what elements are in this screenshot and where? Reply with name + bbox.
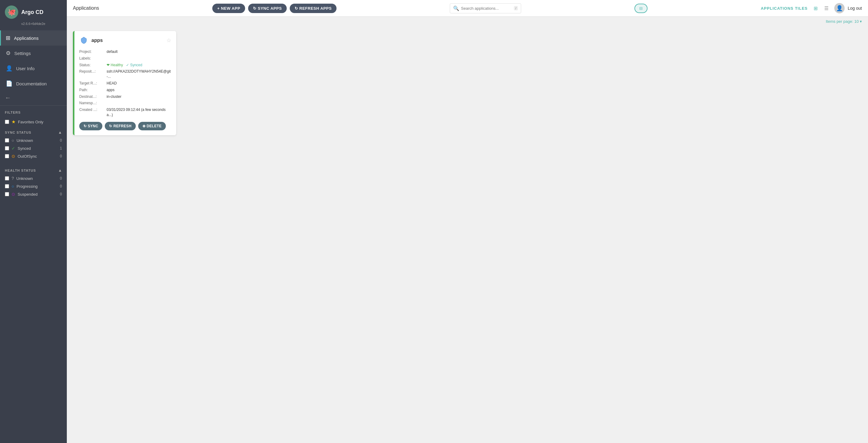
favorites-only-label: Favorites Only	[18, 120, 43, 124]
new-app-button[interactable]: + NEW APP	[212, 4, 245, 13]
user-avatar[interactable]: 👤	[834, 3, 845, 13]
sidebar-nav: ⊞ Applications ⚙ Settings 👤 User Info 📄 …	[0, 30, 67, 91]
back-button[interactable]: ←	[0, 91, 67, 104]
sync-unknown-filter[interactable]: ○ Unknown 0	[5, 137, 62, 144]
path-field: Path: apps	[79, 88, 171, 93]
favorites-only-filter[interactable]: ★ Favorites Only	[5, 117, 62, 126]
health-progressing-filter[interactable]: ○ Progressing 0	[5, 182, 62, 190]
list-view-button[interactable]: ☰	[822, 3, 831, 13]
filter-button[interactable]: ⊟	[634, 4, 648, 13]
search-input[interactable]	[461, 6, 512, 11]
sidebar-item-documentation[interactable]: 📄 Documentation	[0, 76, 67, 91]
status-field: Status: ❤ Healthy ✓ Synced	[79, 63, 171, 68]
app-icon	[79, 36, 88, 45]
view-toggle: ⊞ ☰	[811, 3, 831, 13]
sidebar: 🐙 Argo CD v2.6.6+6d4de2e ⊞ Applications …	[0, 0, 67, 443]
status-label: Status:	[79, 63, 106, 68]
health-unknown-count: 0	[60, 176, 62, 180]
logo-text: Argo CD	[21, 9, 43, 16]
sync-outofsync-checkbox[interactable]	[5, 154, 9, 158]
filters-section: FILTERS ★ Favorites Only	[0, 107, 67, 126]
app-name: apps	[91, 38, 103, 43]
destination-label: Destinat...:	[79, 94, 106, 99]
favorite-icon[interactable]: ☆	[166, 37, 171, 44]
filter-icon: ⊟	[639, 6, 643, 11]
star-icon: ★	[11, 119, 16, 125]
items-per-page-row: Items per page: 10 ▾	[67, 17, 868, 25]
health-status-title: HEALTH STATUS	[5, 169, 36, 172]
sidebar-item-user-info[interactable]: 👤 User Info	[0, 61, 67, 76]
health-suspended-checkbox[interactable]	[5, 192, 9, 196]
repository-value: ssh://APKA232DOTYWAHY2N54E@git-...	[106, 69, 171, 79]
top-bar-left: Applications	[73, 5, 99, 11]
sidebar-item-label: Applications	[14, 35, 38, 41]
health-suspended-count: 0	[60, 192, 62, 196]
status-synced: ✓ Synced	[126, 63, 142, 67]
sync-unknown-count: 0	[60, 138, 62, 143]
sync-apps-button[interactable]: ↻ SYNC APPS	[248, 4, 287, 13]
sidebar-item-settings[interactable]: ⚙ Settings	[0, 46, 67, 61]
suspended-icon: ⊙	[11, 192, 15, 197]
status-value: ❤ Healthy ✓ Synced	[106, 63, 142, 68]
namespace-field: Namesp...:	[79, 100, 171, 106]
sync-status-title: SYNC STATUS	[5, 131, 31, 134]
top-bar: Applications + NEW APP ↻ SYNC APPS ↻ REF…	[67, 0, 868, 17]
path-label: Path:	[79, 88, 106, 93]
outofsync-icon: ⊙	[11, 154, 15, 158]
sync-synced-filter[interactable]: ✓ Synced 1	[5, 144, 62, 152]
filters-title: FILTERS	[5, 111, 62, 114]
card-refresh-button[interactable]: ↻ REFRESH	[105, 122, 135, 130]
health-suspended-filter[interactable]: ⊙ Suspended 0	[5, 190, 62, 198]
logout-button[interactable]: Log out	[848, 6, 862, 11]
card-sync-button[interactable]: ↻ SYNC	[79, 122, 102, 130]
app-card-header: apps ☆	[79, 36, 171, 45]
created-label: Created ...:	[79, 107, 106, 118]
card-delete-button[interactable]: ⊗ DELETE	[138, 122, 166, 130]
progressing-icon: ○	[11, 184, 14, 189]
search-icon: 🔍	[453, 5, 459, 11]
main-content: Applications + NEW APP ↻ SYNC APPS ↻ REF…	[67, 0, 868, 443]
status-healthy: ❤ Healthy	[106, 63, 123, 67]
content-area: apps ☆ Project: default Labels: Status: …	[67, 25, 868, 443]
collapse-health-icon[interactable]: ▲	[58, 168, 62, 173]
logo: 🐙 Argo CD	[0, 0, 67, 22]
destination-field: Destinat...: in-cluster	[79, 94, 171, 99]
health-status-header: HEALTH STATUS ▲	[5, 168, 62, 173]
target-label: Target R...:	[79, 81, 106, 86]
divider	[0, 106, 67, 106]
health-progressing-count: 0	[60, 184, 62, 188]
sync-outofsync-filter[interactable]: ⊙ OutOfSync 0	[5, 152, 62, 160]
sync-outofsync-count: 0	[60, 154, 62, 158]
health-unknown-filter[interactable]: ? Unknown 0	[5, 174, 62, 182]
refresh-apps-button[interactable]: ↻ REFRESH APPS	[290, 4, 337, 13]
settings-icon: ⚙	[6, 50, 11, 57]
repository-field: Reposit...: ssh://APKA232DOTYWAHY2N54E@g…	[79, 69, 171, 79]
favorites-only-checkbox[interactable]	[5, 120, 9, 124]
user-icon: 👤	[6, 65, 12, 72]
top-bar-right: APPLICATIONS TILES ⊞ ☰ 👤 Log out	[761, 3, 862, 13]
page-title: Applications	[73, 5, 99, 11]
target-field: Target R...: HEAD	[79, 81, 171, 86]
health-progressing-label: Progressing	[17, 184, 37, 189]
action-buttons: + NEW APP ↻ SYNC APPS ↻ REFRESH APPS	[212, 4, 337, 13]
health-progressing-checkbox[interactable]	[5, 184, 9, 188]
created-field: Created ...: 03/31/2023 09:12:44 (a few …	[79, 107, 171, 118]
grid-view-button[interactable]: ⊞	[811, 3, 820, 13]
collapse-sync-icon[interactable]: ▲	[58, 130, 62, 135]
applications-icon: ⊞	[6, 35, 10, 41]
logo-icon: 🐙	[5, 5, 18, 19]
items-per-page[interactable]: Items per page: 10 ▾	[826, 19, 862, 24]
sync-status-section: SYNC STATUS ▲ ○ Unknown 0 ✓ Synced 1 ⊙ O…	[0, 126, 67, 160]
sync-unknown-label: Unknown	[17, 138, 33, 143]
project-label: Project:	[79, 49, 106, 54]
sidebar-item-label: Settings	[14, 51, 31, 56]
sync-status-header: SYNC STATUS ▲	[5, 130, 62, 135]
sidebar-item-applications[interactable]: ⊞ Applications	[0, 30, 67, 46]
sync-unknown-checkbox[interactable]	[5, 138, 9, 143]
namespace-label: Namesp...:	[79, 100, 106, 106]
sync-synced-checkbox[interactable]	[5, 146, 9, 150]
health-suspended-label: Suspended	[18, 192, 38, 197]
project-value: default	[106, 49, 118, 54]
health-status-section: HEALTH STATUS ▲ ? Unknown 0 ○ Progressin…	[0, 165, 67, 198]
health-unknown-checkbox[interactable]	[5, 176, 9, 180]
